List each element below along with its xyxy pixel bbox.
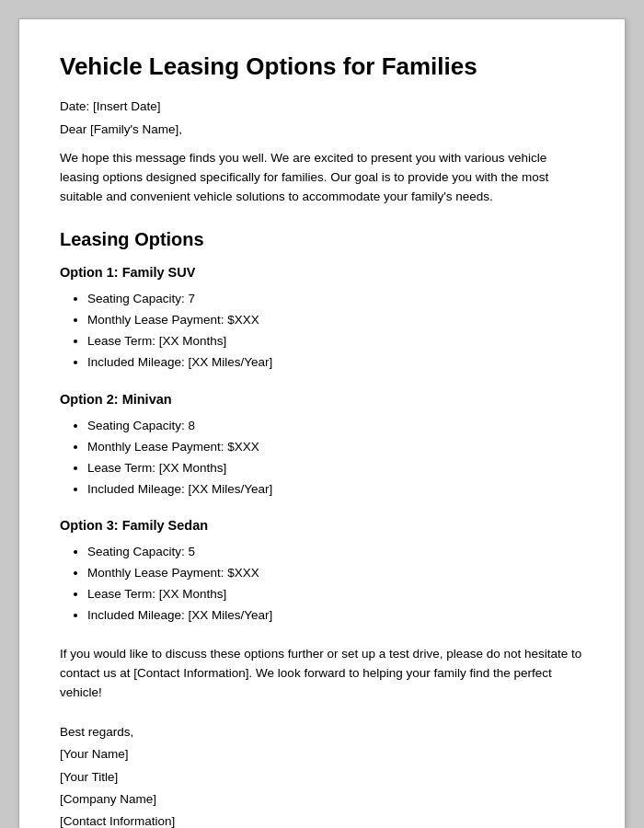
option-1-heading: Option 1: Family SUV [60, 265, 584, 280]
option-1-list: Seating Capacity: 7 Monthly Lease Paymen… [60, 289, 584, 374]
list-item: Included Mileage: [XX Miles/Year] [87, 479, 584, 500]
option-2-list: Seating Capacity: 8 Monthly Lease Paymen… [60, 416, 584, 500]
list-item: Lease Term: [XX Months] [87, 331, 584, 352]
list-item: Seating Capacity: 8 [87, 416, 584, 437]
list-item: Included Mileage: [XX Miles/Year] [87, 605, 584, 627]
document-title: Vehicle Leasing Options for Families [60, 52, 584, 81]
option-1-block: Option 1: Family SUV Seating Capacity: 7… [60, 265, 584, 374]
contact-information: [Contact Information] [60, 814, 175, 828]
list-item: Included Mileage: [XX Miles/Year] [87, 352, 584, 374]
list-item: Lease Term: [XX Months] [87, 584, 584, 605]
option-3-list: Seating Capacity: 5 Monthly Lease Paymen… [60, 542, 584, 627]
option-2-heading: Option 2: Minivan [60, 392, 584, 407]
company-name: [Company Name] [60, 792, 156, 806]
signer-title: [Your Title] [60, 770, 118, 784]
signature-block: Best regards, [Your Name] [Your Title] [… [60, 721, 584, 828]
intro-paragraph: We hope this message finds you well. We … [60, 149, 584, 207]
salutation: Dear [Family's Name], [60, 122, 584, 136]
document-container: Vehicle Leasing Options for Families Dat… [18, 18, 626, 828]
list-item: Seating Capacity: 7 [87, 289, 584, 310]
signer-name: [Your Name] [60, 747, 129, 761]
option-3-block: Option 3: Family Sedan Seating Capacity:… [60, 518, 584, 627]
list-item: Monthly Lease Payment: $XXX [87, 310, 584, 331]
leasing-options-heading: Leasing Options [60, 229, 584, 250]
list-item: Monthly Lease Payment: $XXX [87, 563, 584, 584]
option-3-heading: Option 3: Family Sedan [60, 518, 584, 533]
date-field: Date: [Insert Date] [60, 99, 584, 113]
option-2-block: Option 2: Minivan Seating Capacity: 8 Mo… [60, 392, 584, 500]
list-item: Lease Term: [XX Months] [87, 458, 584, 479]
list-item: Monthly Lease Payment: $XXX [87, 437, 584, 458]
list-item: Seating Capacity: 5 [87, 542, 584, 563]
closing-paragraph: If you would like to discuss these optio… [60, 645, 584, 703]
best-regards: Best regards, [60, 725, 133, 739]
